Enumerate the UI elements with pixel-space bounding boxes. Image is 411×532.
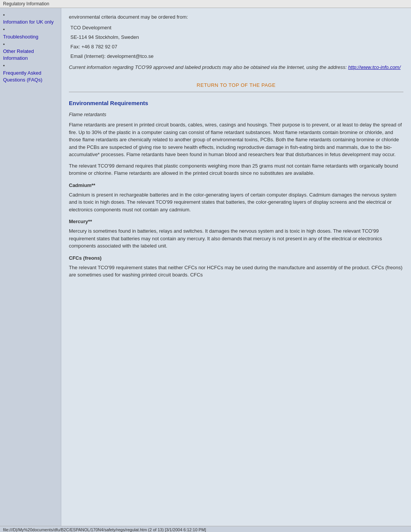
env-req-title: Environmental Requirements (69, 100, 403, 106)
italic-notice-text: Current information regarding TCO'99 app… (69, 64, 348, 70)
sidebar-item-troubleshooting[interactable]: • Troubleshooting (3, 26, 58, 40)
title-bar: Regulatory Information (0, 0, 411, 8)
cadmium-heading: Cadmium** (69, 182, 403, 188)
title-bar-text: Regulatory Information (3, 1, 49, 6)
italic-notice: Current information regarding TCO'99 app… (69, 64, 403, 71)
sidebar-link-faq[interactable]: Frequently Asked Questions (FAQs) (3, 70, 58, 83)
mercury-heading: Mercury** (69, 219, 403, 224)
tco-email: Email (Internet): development@tco.se (69, 53, 403, 59)
flame-retardants-subtitle: Flame retardants (69, 112, 403, 117)
return-to-top-link[interactable]: RETURN TO TOP OF THE PAGE (197, 82, 276, 88)
section-divider (69, 92, 403, 92)
bullet-info-uk: • (3, 12, 5, 18)
cfc-heading: CFCs (freons) (69, 255, 403, 261)
status-bar-text: file:///D|/My%20documents/dfu/B2C/ESPANO… (3, 527, 206, 532)
tco-fax: Fax: +46 8 782 92 07 (69, 44, 403, 50)
main-container: • Information for UK only • Troubleshoot… (0, 8, 411, 526)
sidebar-link-troubleshooting[interactable]: Troubleshooting (3, 34, 58, 40)
sidebar-link-info-uk[interactable]: Information for UK only (3, 19, 58, 26)
flame-para1: Flame retardants are present in printed … (69, 121, 403, 158)
tco-info-link[interactable]: http://www.tco-info.com/ (348, 64, 401, 70)
content-area: environmental criteria document may be o… (61, 8, 411, 526)
return-to-top-container: RETURN TO TOP OF THE PAGE (69, 82, 403, 88)
sidebar: • Information for UK only • Troubleshoot… (0, 8, 61, 526)
sidebar-link-other-related[interactable]: Other Related Information (3, 48, 58, 62)
intro-text: environmental criteria document may be o… (69, 13, 403, 21)
cadmium-para: Cadmium is present in rechargeable batte… (69, 191, 403, 214)
bullet-troubleshooting: • (3, 27, 5, 32)
sidebar-item-other-related[interactable]: • Other Related Information (3, 41, 58, 62)
sidebar-item-faq[interactable]: • Frequently Asked Questions (FAQs) (3, 62, 58, 83)
mercury-para: Mercury is sometimes found in batteries,… (69, 227, 403, 250)
sidebar-item-info-uk[interactable]: • Information for UK only (3, 12, 58, 26)
tco-address: SE-114 94 Stockholm, Sweden (69, 34, 403, 40)
cfc-para: The relevant TCO'99 requirement states t… (69, 264, 403, 279)
bullet-faq: • (3, 63, 5, 69)
bullet-other-related: • (3, 42, 5, 47)
tco-name: TCO Development (69, 25, 403, 30)
flame-para2: The relevant TCO'99 demand requires that… (69, 162, 403, 177)
status-bar: file:///D|/My%20documents/dfu/B2C/ESPANO… (0, 526, 411, 532)
